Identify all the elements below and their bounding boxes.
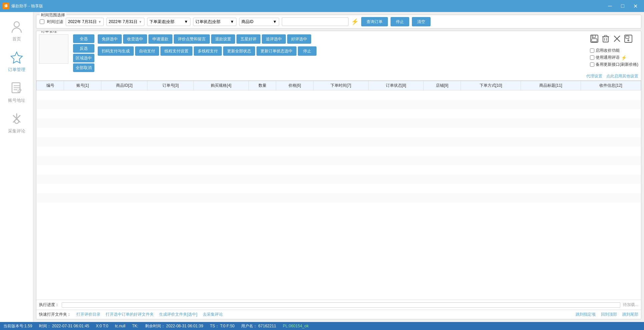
good-review-btn[interactable]: 好评选中 [287,34,311,44]
general-review-row: 使用通用评语 ⚡ [590,55,627,60]
date-start-select[interactable]: 2022年 7月31日 ▼ [66,18,104,26]
date-end-select[interactable]: 2022年 7月31日 ▼ [106,18,144,26]
table-header-row: 编号 账号[1] 商品ID[2] 订单号[3] 购买规格[4] 数量 价格[6]… [37,81,641,90]
lightning-red-icon: ⚡ [621,55,627,60]
table-row [37,109,641,118]
collect-reviews-link[interactable]: 去采集评论 [203,312,223,317]
app-icon: 爆 [3,3,9,9]
back-to-top-link[interactable]: 回到顶部 [601,312,617,317]
scan-pay-btn[interactable]: 扫码支付与生成 [98,46,134,56]
channel-select[interactable]: 下单渠道|全部 ▼ [147,18,190,26]
channel-arrow: ▼ [184,19,188,24]
time-range-section: 时间范围选择 时间过滤 2022年 7月31日 ▼ 2022年 7月31日 ▼ … [36,15,641,29]
sidebar-orders-label: 订单管理 [8,67,25,73]
stop-top-button[interactable]: 停止 [391,17,409,26]
jump-to-end-link[interactable]: 跳到尾部 [622,312,638,317]
time-filter-checkbox[interactable] [40,19,44,24]
table-row [37,193,641,203]
delete-icon-button[interactable] [601,34,610,45]
update-selected-status-btn[interactable]: 更新订单状态选中 [256,46,296,56]
apply-refund-btn[interactable]: 申请退款 [148,34,172,44]
titlebar: 爆 爆款助手 - 独享版 ─ □ ✕ [0,0,644,12]
download-icon-button[interactable] [624,34,633,45]
progress-bar [62,302,620,308]
table-row [37,146,641,156]
sidebar-item-home[interactable]: 首页 [0,15,33,46]
maximize-button[interactable]: □ [617,0,629,12]
time-range-label: 时间范围选择 [40,12,66,18]
table-row [37,156,641,165]
enable-price-checkbox[interactable] [590,48,594,53]
deselect-btn2[interactable]: 反选 [73,44,94,53]
refund-settings-btn[interactable]: 退款设置 [211,34,235,44]
backup-interface-checkbox[interactable] [590,62,594,67]
svg-rect-15 [603,37,608,42]
selection-column: 全选 反选 区域选中 全部取消 [73,34,94,72]
search-input[interactable] [282,17,349,26]
table-row [37,100,641,109]
region-select-btn2[interactable]: 区域选中 [73,54,94,62]
table-container[interactable]: 编号 账号[1] 商品ID[2] 订单号[3] 购买规格[4] 数量 价格[6]… [36,80,641,300]
general-review-checkbox[interactable] [590,55,594,60]
quick-links: 快速打开文件夹： 打开评价目录 打开选中订单的好评文件夹 生成评价文件夹[选中]… [36,310,641,319]
generate-review-folder-link[interactable]: 生成评价文件夹[选中] [159,312,197,317]
discard-icon-button[interactable] [613,34,621,45]
free-combine-btn[interactable]: 免拼选中 [98,34,122,44]
close-button[interactable]: ✕ [629,0,641,12]
table-row [37,175,641,184]
cancel-all-btn2[interactable]: 全部取消 [73,63,94,72]
sidebar-item-reviews[interactable]: 采集评论 [0,107,33,138]
svg-rect-17 [604,35,607,37]
title-left: 爆 爆款助手 - 独享版 [3,3,43,9]
svg-marker-1 [11,52,22,63]
sidebar-item-orders[interactable]: 订单管理 [0,46,33,77]
query-button[interactable]: 查询订单 [361,17,388,26]
enable-others-link[interactable]: 点此启用其他设置 [606,73,638,79]
five-star-btn[interactable]: 五星好评 [236,34,260,44]
toolbar-buttons: 免拼选中 收货选中 申请退款 评价点赞和留言 退款设置 五星好评 追评选中 好评… [98,34,585,56]
sidebar-accounts-label: 账号地址 [8,97,25,103]
col-number: 编号 [37,81,64,90]
progress-status: 待加载... [623,302,638,308]
open-selected-review-folder-link[interactable]: 打开选中订单的好评文件夹 [106,312,154,317]
product-select[interactable]: 商品ID ▼ [239,18,279,26]
follow-review-btn[interactable]: 追评选中 [262,34,286,44]
select-all-btn2[interactable]: 全选 [73,34,94,43]
minimize-button[interactable]: ─ [604,0,616,12]
auto-pay-btn[interactable]: 自动支付 [135,46,159,56]
enable-price-row: 启用改价功能 [590,48,620,53]
save-icon-button[interactable] [590,34,599,45]
sidebar: 首页 订单管理 账号地址 [0,12,33,322]
home-icon [9,19,24,34]
status-select[interactable]: 订单状态|全部 ▼ [193,18,236,26]
status-tc: tc.null [115,324,125,328]
status-remaining: 剩余时间： 2022-08-31 06:01:39 [145,323,203,329]
col-account: 账号[1] [64,81,101,90]
stop-btn2[interactable]: 停止 [298,46,316,56]
icon-buttons [590,34,633,45]
main-layout: 首页 订单管理 账号地址 [0,12,644,322]
svg-point-0 [14,22,19,27]
open-review-dir-link[interactable]: 打开评价目录 [76,312,100,317]
svg-rect-23 [626,36,629,38]
lightning-button[interactable]: ⚡ [351,18,359,25]
col-order-num: 订单号[3] [147,81,193,90]
jump-to-item-link[interactable]: 跳到指定项 [576,312,596,317]
status-ts: TS： T:0 F:50 [210,323,234,329]
product-arrow: ▼ [273,19,277,24]
multi-thread-pay-btn[interactable]: 多线程支付 [194,46,222,56]
status-value: 订单状态|全部 [195,19,220,25]
table-row [37,118,641,128]
review-like-btn[interactable]: 评价点赞和留言 [174,34,210,44]
sidebar-home-label: 首页 [12,36,21,42]
svg-rect-12 [592,35,595,38]
clear-top-button[interactable]: 清空 [412,17,431,26]
table-row [37,165,641,175]
line-pay-settings-btn[interactable]: 线程支付设置 [160,46,192,56]
agent-settings-link[interactable]: 代理设置 [586,73,602,79]
sidebar-item-accounts[interactable]: 账号地址 [0,77,33,107]
update-all-status-btn[interactable]: 更新全部状态 [223,46,255,56]
collect-select-btn[interactable]: 收货选中 [123,34,147,44]
product-value: 商品ID [241,19,253,25]
date-start-value: 2022年 7月31日 [68,19,97,25]
